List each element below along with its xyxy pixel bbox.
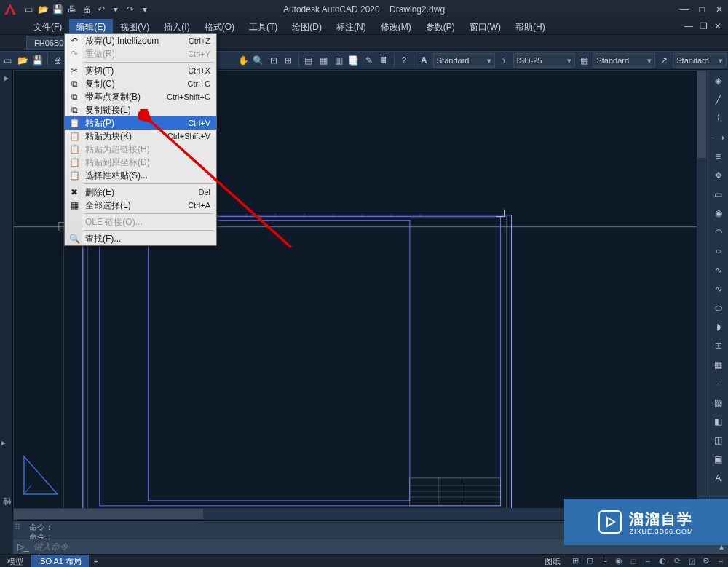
annotation-scale-icon[interactable]: ⍰ xyxy=(684,555,699,567)
menu-item[interactable]: ✂剪切(T)Ctrl+X xyxy=(65,64,216,77)
menu-item[interactable]: ⧉复制(C)Ctrl+C xyxy=(65,77,216,90)
sheet-set-icon[interactable]: 📑 xyxy=(347,52,362,68)
mleader-style-icon[interactable]: ↗ xyxy=(657,52,672,68)
menu-edit[interactable]: 编辑(E) xyxy=(69,19,113,35)
cube-icon[interactable]: ◈ xyxy=(711,73,727,89)
menu-item[interactable]: ⧉复制链接(L) xyxy=(65,103,216,116)
osnap-icon[interactable]: □ xyxy=(626,555,641,567)
ellipse-icon[interactable]: ⬭ xyxy=(711,300,727,316)
tool-palette-icon[interactable]: ▥ xyxy=(331,52,347,68)
spiral-icon[interactable]: ◉ xyxy=(711,205,727,221)
layout-tab[interactable]: ISO A1 布局 xyxy=(31,555,89,568)
vertical-scrollbar[interactable] xyxy=(697,71,707,508)
qat-dropdown-icon[interactable]: ▾ xyxy=(109,3,122,16)
scrollbar-thumb[interactable] xyxy=(697,71,706,158)
model-tab[interactable]: 模型 xyxy=(0,555,31,568)
print-icon[interactable]: 🖨 xyxy=(50,52,66,68)
ellipse-arc-icon[interactable]: ◗ xyxy=(711,319,727,335)
doc-close-button[interactable]: ✕ xyxy=(711,19,725,33)
menu-item[interactable]: 📋选择性粘贴(S)... xyxy=(65,169,216,182)
zoom-icon[interactable]: 🔍 xyxy=(251,52,266,68)
hatch-icon[interactable]: ▨ xyxy=(711,394,727,411)
mleader-style-combo[interactable]: Standard▾ xyxy=(673,53,727,68)
polar-icon[interactable]: ◉ xyxy=(612,555,626,567)
quick-calc-icon[interactable]: 🖩 xyxy=(376,52,392,68)
text-icon[interactable]: A xyxy=(711,470,727,486)
doc-minimize-button[interactable]: — xyxy=(681,19,696,33)
add-layout-icon[interactable]: + xyxy=(89,555,103,567)
grip-icon[interactable]: ⠿ xyxy=(15,523,20,532)
pan-icon[interactable]: ✋ xyxy=(236,52,251,68)
text-style-combo[interactable]: Standard▾ xyxy=(433,53,495,68)
sidebar-toggle-icon[interactable]: ▸ xyxy=(1,71,12,84)
menu-tools[interactable]: 工具(T) xyxy=(242,19,285,35)
region-icon[interactable]: ◫ xyxy=(711,432,727,448)
qat-save-icon[interactable]: 💾 xyxy=(51,3,64,16)
menu-format[interactable]: 格式(O) xyxy=(197,19,242,35)
menu-view[interactable]: 视图(V) xyxy=(113,19,157,35)
circle-icon[interactable]: ○ xyxy=(711,243,727,259)
close-button[interactable]: ✕ xyxy=(711,2,728,17)
arc-icon[interactable]: ◠ xyxy=(711,224,727,240)
workspace-icon[interactable]: ⚙ xyxy=(699,555,713,567)
app-logo[interactable] xyxy=(0,0,20,19)
qat-redo-icon[interactable]: ↷ xyxy=(124,3,137,16)
menu-window[interactable]: 窗口(W) xyxy=(462,19,508,35)
scrollbar-thumb[interactable] xyxy=(14,509,203,519)
transparency-icon[interactable]: ◐ xyxy=(655,555,670,567)
block-icon[interactable]: ⊞ xyxy=(711,338,727,354)
grid-icon[interactable]: ⊞ xyxy=(568,555,582,567)
minimize-button[interactable]: — xyxy=(676,2,693,17)
menu-draw[interactable]: 绘图(D) xyxy=(285,19,329,35)
menu-item[interactable]: 📋粘贴(P)Ctrl+V xyxy=(65,116,216,130)
ray-icon[interactable]: ⟶ xyxy=(711,130,727,146)
lineweight-icon[interactable]: ≡ xyxy=(641,555,655,567)
spline-icon[interactable]: ∿ xyxy=(711,262,727,278)
new-icon[interactable]: ▭ xyxy=(0,52,15,68)
menu-modify[interactable]: 修改(M) xyxy=(373,19,419,35)
rectangle-icon[interactable]: ▭ xyxy=(711,186,727,202)
cycling-icon[interactable]: ⟳ xyxy=(670,555,684,567)
qat-open-icon[interactable]: 📂 xyxy=(36,3,50,16)
menu-dimension[interactable]: 标注(N) xyxy=(329,19,373,35)
markup-icon[interactable]: ✎ xyxy=(361,52,376,68)
menu-help[interactable]: 帮助(H) xyxy=(508,19,553,35)
spline2-icon[interactable]: ∿ xyxy=(711,281,727,297)
maximize-button[interactable]: □ xyxy=(693,2,711,17)
properties-icon[interactable]: ▤ xyxy=(301,52,317,68)
zoom-window-icon[interactable]: ⊡ xyxy=(266,52,281,68)
menu-parametric[interactable]: 参数(P) xyxy=(419,19,462,35)
design-center-icon[interactable]: ▦ xyxy=(316,52,331,68)
polyline-icon[interactable]: ⌇ xyxy=(711,111,727,127)
menu-item[interactable]: ▦全部选择(L)Ctrl+A xyxy=(65,199,216,212)
gradient-icon[interactable]: ◧ xyxy=(711,413,727,429)
zoom-previous-icon[interactable]: ⊞ xyxy=(281,52,296,68)
line-icon[interactable]: ╱ xyxy=(711,92,727,108)
snap-icon[interactable]: ⊡ xyxy=(582,555,597,567)
table-style-combo[interactable]: Standard▾ xyxy=(593,53,654,68)
open-icon[interactable]: 📂 xyxy=(15,52,31,68)
qat-undo-icon[interactable]: ↶ xyxy=(95,3,108,16)
text-style-icon[interactable]: A xyxy=(416,52,432,68)
point-icon[interactable]: · xyxy=(711,376,727,392)
qat-new-icon[interactable]: ▭ xyxy=(22,3,35,16)
save-icon[interactable]: 💾 xyxy=(30,52,45,68)
menu-item[interactable]: 📋粘贴为块(K)Ctrl+Shift+V xyxy=(65,130,216,143)
menu-item[interactable]: ⧉带基点复制(B)Ctrl+Shift+C xyxy=(65,90,216,103)
table-style-icon[interactable]: ▦ xyxy=(577,52,592,68)
move-icon[interactable]: ✥ xyxy=(711,167,727,183)
doc-restore-button[interactable]: ❐ xyxy=(696,19,711,33)
dim-style-combo[interactable]: ISO-25▾ xyxy=(513,53,575,68)
sidebar-label[interactable]: 特性 xyxy=(1,512,12,516)
chevron-right-icon[interactable]: ▸ xyxy=(1,437,6,448)
wipeout-icon[interactable]: ▣ xyxy=(711,451,727,467)
help-icon[interactable]: ? xyxy=(396,52,411,68)
multiline-icon[interactable]: ≡ xyxy=(711,148,727,164)
table-icon[interactable]: ▦ xyxy=(711,357,727,373)
paper-label[interactable]: 图纸 xyxy=(537,555,568,568)
menu-item[interactable]: 🔍查找(F)... xyxy=(65,232,216,245)
dim-style-icon[interactable]: ⟟ xyxy=(496,52,512,68)
menu-insert[interactable]: 插入(I) xyxy=(157,19,197,35)
menu-item[interactable]: ✖删除(E)Del xyxy=(65,186,216,199)
qat-saveall-icon[interactable]: 🖶 xyxy=(66,3,79,16)
